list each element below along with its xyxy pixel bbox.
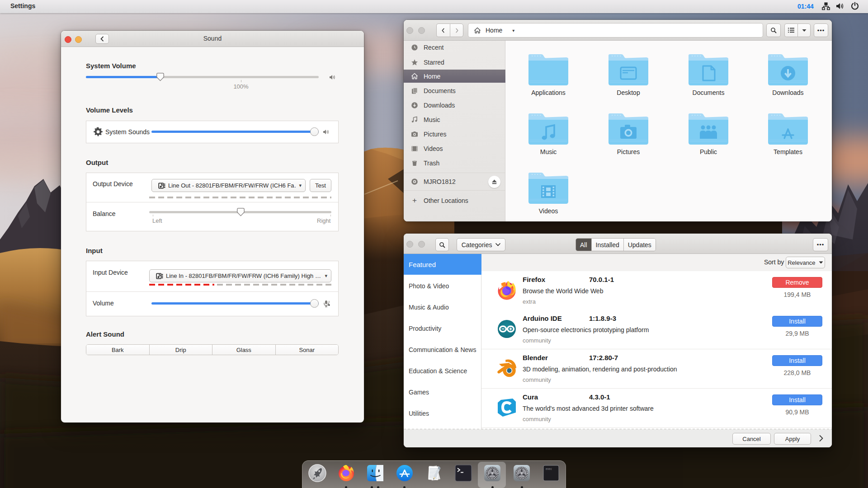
svg-text:exec: exec bbox=[546, 467, 552, 470]
